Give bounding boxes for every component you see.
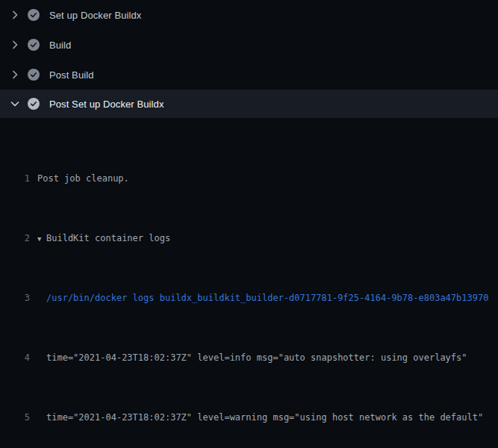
chevron-right-icon <box>9 39 21 51</box>
log-group-header: ▼BuildKit container logs <box>30 231 170 246</box>
log-text: time="2021-04-23T18:02:37Z" level=warnin… <box>30 410 483 425</box>
check-circle-icon <box>28 98 40 110</box>
check-circle-icon <box>28 9 40 21</box>
line-number[interactable]: 4 <box>0 350 30 365</box>
log-group-title: BuildKit container logs <box>46 233 170 243</box>
line-number[interactable]: 1 <box>0 171 30 186</box>
line-number[interactable]: 5 <box>0 410 30 425</box>
log-line: 5 time="2021-04-23T18:02:37Z" level=warn… <box>0 410 498 425</box>
step-label: Post Build <box>49 69 94 81</box>
step-header-build[interactable]: Build <box>0 30 498 60</box>
chevron-right-icon <box>9 9 21 21</box>
chevron-right-icon <box>9 69 21 81</box>
step-label: Post Set up Docker Buildx <box>49 99 164 110</box>
step-label: Build <box>49 40 71 51</box>
log-text: time="2021-04-23T18:02:37Z" level=info m… <box>30 350 467 365</box>
chevron-down-icon <box>9 98 21 110</box>
step-header-post-set-up-docker-buildx[interactable]: Post Set up Docker Buildx <box>0 90 498 118</box>
log-line: 4 time="2021-04-23T18:02:37Z" level=info… <box>0 350 498 365</box>
step-header-post-build[interactable]: Post Build <box>0 60 498 90</box>
check-circle-icon <box>28 39 40 51</box>
log-text: Post job cleanup. <box>30 171 129 186</box>
log-group-line: 2 ▼BuildKit container logs <box>0 231 498 246</box>
log-group-open-icon[interactable]: ▼ <box>37 231 46 246</box>
log-line: 1 Post job cleanup. <box>0 171 498 186</box>
job-log-viewer: Set up Docker Buildx Build Post Build Po… <box>0 0 498 448</box>
step-header-set-up-docker-buildx[interactable]: Set up Docker Buildx <box>0 0 498 30</box>
check-circle-icon <box>28 69 40 81</box>
step-label: Set up Docker Buildx <box>49 10 141 21</box>
log-line: 3 /usr/bin/docker logs buildx_buildkit_b… <box>0 290 498 305</box>
log-command-text: /usr/bin/docker logs buildx_buildkit_bui… <box>30 290 488 305</box>
line-number[interactable]: 3 <box>0 290 30 305</box>
log-output: 1 Post job cleanup. 2 ▼BuildKit containe… <box>0 118 498 448</box>
line-number[interactable]: 2 <box>0 231 30 246</box>
